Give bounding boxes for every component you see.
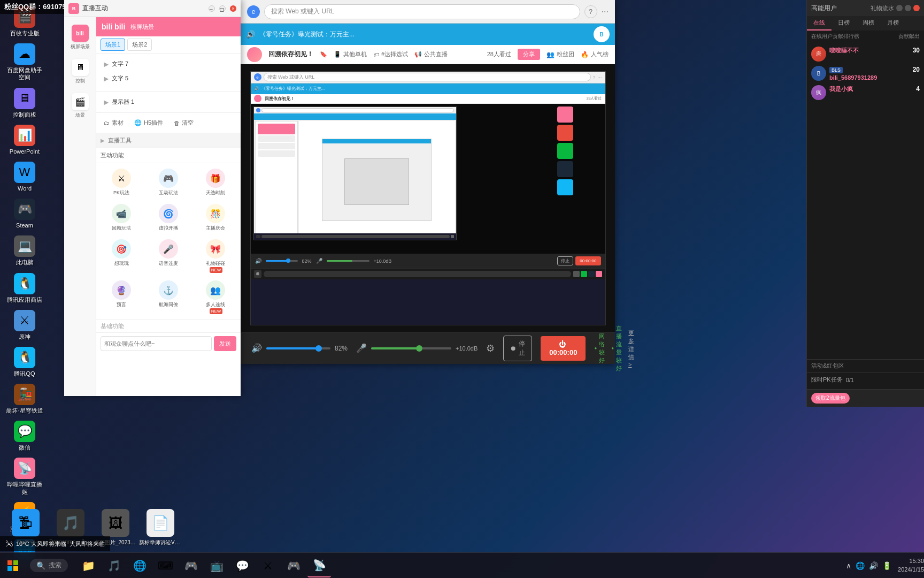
play-icon: 🎮 — [159, 169, 178, 188]
stream-save-icon[interactable]: 🔖 — [320, 51, 327, 58]
interactive-item-xiangwan[interactable]: 🎯 想玩玩 — [98, 236, 144, 276]
material-btn[interactable]: 🗂 素材 — [101, 117, 127, 128]
more-details-link[interactable]: 更多详情 > — [628, 329, 634, 368]
nested-stop-btn[interactable]: 停止 — [557, 256, 573, 265]
interactive-item-gift[interactable]: 🎀 礼物碰碰 NEW — [192, 236, 238, 276]
desktop-icon-qq[interactable]: 🐧 腾讯QQ — [3, 345, 46, 379]
scene-btn-1[interactable]: 场景1 — [101, 39, 125, 51]
taskbar-app-steam-taskbar[interactable]: 🎮 — [282, 554, 305, 577]
taskbar-app-wechat[interactable]: 💬 — [230, 554, 254, 577]
desktop-icon-mypc[interactable]: 💻 此电脑 — [3, 233, 46, 268]
start-timer-button[interactable]: ⏻ 00:00:00 — [541, 336, 586, 361]
browser-help-icon[interactable]: ? — [584, 5, 597, 18]
live-tool-title: 直播互动 — [82, 4, 205, 13]
desktop-icon-bilibilimanager[interactable]: 📡 哔哩哔哩直播姬 — [3, 455, 46, 497]
nested-db: +10.0dB — [374, 258, 392, 264]
tray-network-icon[interactable]: 🌐 — [856, 561, 865, 570]
interactive-item-qinghui[interactable]: 🎊 主播庆会 — [192, 201, 238, 235]
taskbar-app-sword[interactable]: ⚔ — [256, 554, 280, 577]
h5-btn[interactable]: 🌐 H5插件 — [131, 117, 166, 128]
chat-input[interactable] — [101, 336, 212, 351]
settings-icon[interactable]: ⚙ — [486, 343, 495, 354]
send-button[interactable]: 发送 — [214, 336, 236, 351]
interactive-item-navigate[interactable]: ⚓ 航海同僚 — [145, 277, 191, 317]
taskbar-app-explorer[interactable]: 📁 — [76, 554, 100, 577]
tools-section-header[interactable]: ▶ 直播工具 — [96, 133, 241, 148]
desktop-icon-崩坏[interactable]: 🚂 崩坏·星穹铁道 — [3, 382, 46, 416]
desktop-icon-baidupan[interactable]: ☁ 百度网盘助手空间 — [3, 41, 46, 83]
display-row[interactable]: ▶ 显示器 1 — [101, 96, 236, 108]
sidebar-item-control[interactable]: 🖥 控制 — [64, 56, 96, 88]
tab-day[interactable]: 日榜 — [831, 16, 856, 31]
taskbar-app-music[interactable]: 🎵 — [102, 554, 126, 577]
scene-btn-2[interactable]: 场景2 — [127, 39, 152, 51]
clear-btn[interactable]: 🗑 清空 — [171, 117, 197, 128]
weather-icon: 🌬 — [5, 539, 13, 548]
text-label-2: 文字 5 — [112, 74, 128, 82]
nested-stream-title: 《零号任务》曝光测试：万元主... — [261, 86, 602, 92]
tab-month[interactable]: 月榜 — [881, 16, 905, 31]
deepest-content — [322, 143, 430, 220]
other-machine-btn[interactable]: 📱 其他单机 — [334, 50, 367, 58]
bookmark-icon: 🔖 — [320, 51, 327, 58]
desktop-icon-steam[interactable]: 🎮 Steam — [3, 196, 46, 231]
sidebar-item-scene[interactable]: 🎬 场景 — [64, 90, 96, 122]
interactive-item-xuni[interactable]: 🌀 虚拟开播 — [145, 201, 191, 235]
taskbar-app-game1[interactable]: 🎮 — [179, 554, 203, 577]
close-btn[interactable]: × — [230, 5, 236, 12]
chat-max-btn[interactable] — [905, 5, 911, 11]
tag-choice-btn[interactable]: 🏷 #达择选试 — [373, 50, 408, 58]
nested-vol-slider — [266, 260, 298, 262]
minimize-btn[interactable]: − — [209, 5, 215, 12]
desktop-icon-ctrlpanel[interactable]: 🖥 控制面板 — [3, 86, 46, 120]
nested-url-bar: 搜索 Web 或键入 URL — [264, 73, 591, 81]
desktop-icon-appstore[interactable]: 🐧 腾讯应用商店 — [3, 271, 46, 306]
tools-expand-icon: ▶ — [101, 138, 105, 143]
volume-slider[interactable] — [266, 347, 330, 349]
tray-battery-icon[interactable]: 🔋 — [882, 561, 891, 570]
taskbar-app-bilibili[interactable]: 📺 — [205, 554, 228, 577]
chat-min-btn[interactable] — [896, 5, 903, 11]
fans-info: 👥 粉丝团 — [546, 50, 574, 58]
interactive-item-play[interactable]: 🎮 互动玩法 — [145, 165, 191, 200]
tab-online[interactable]: 在线 — [807, 16, 831, 31]
desktop-icon-doc[interactable]: 📄 新标举师诉讼V3大家自... — [139, 507, 182, 549]
text-row-1[interactable]: ▶ 文字 7 — [101, 58, 236, 70]
resize-btn[interactable]: □ — [219, 5, 226, 12]
nested-start-btn[interactable]: 00:00:00 — [575, 256, 600, 265]
share-btn[interactable]: 分享 — [518, 49, 540, 60]
browser-url-bar[interactable]: 搜索 Web 或键入 URL — [264, 4, 580, 19]
chat-input-area: 发送 — [96, 332, 241, 354]
username-2: bili_56897931289 — [829, 74, 910, 81]
stop-button[interactable]: ⏺ 停止 — [503, 336, 532, 361]
chat-close-btn[interactable] — [913, 5, 920, 11]
tray-volume-icon[interactable]: 🔊 — [869, 561, 878, 570]
text-row-2[interactable]: ▶ 文字 5 — [101, 72, 236, 85]
pk-reward-btn[interactable]: 领取2流量包 — [811, 393, 850, 404]
sidebar-item-bilibili[interactable]: bili 横屏场景 — [64, 21, 96, 54]
desktop-icon-wechat[interactable]: 💬 微信 — [3, 419, 46, 453]
tab-week[interactable]: 周榜 — [856, 16, 881, 31]
browser-more-icon[interactable]: ··· — [602, 7, 609, 17]
interactive-item-huigu[interactable]: 📹 回顾玩法 — [98, 201, 144, 235]
msg-count-2: 20 — [913, 66, 920, 73]
interactive-item-predict[interactable]: 🔮 预言 — [98, 277, 144, 317]
mic-slider[interactable] — [371, 347, 451, 349]
start-button[interactable] — [0, 553, 26, 579]
taskbar-app-terminal[interactable]: ⌨ — [153, 554, 177, 577]
public-live-btn[interactable]: 📢 公共直播 — [414, 50, 448, 58]
desktop-icon-word[interactable]: W Word — [3, 159, 46, 194]
interactive-item-pk[interactable]: ⚔ PK玩法 — [98, 165, 144, 200]
taskbar-app-live[interactable]: 📡 — [307, 554, 331, 577]
interactive-item-tianxuan[interactable]: 🎁 天选时刻 — [192, 165, 238, 200]
chat-panel-title: 高能用户 礼物流水 — [807, 0, 924, 16]
volume-icon: 🔊 — [246, 30, 255, 39]
tray-chevron-icon[interactable]: ∧ — [846, 561, 851, 570]
taskbar-search[interactable]: 🔍 搜索 — [30, 559, 68, 572]
taskbar-app-edge[interactable]: 🌐 — [128, 554, 151, 577]
interactive-item-voice[interactable]: 🎤 语音连麦 — [145, 236, 191, 276]
desktop-icon-yuanshen[interactable]: ⚔ 原神 — [3, 308, 46, 343]
user-badge: BLS — [829, 67, 843, 73]
interactive-item-multiline[interactable]: 👥 多人连线 NEW — [192, 277, 238, 317]
desktop-icon-ppt[interactable]: 📊 PowerPoint — [3, 123, 46, 157]
